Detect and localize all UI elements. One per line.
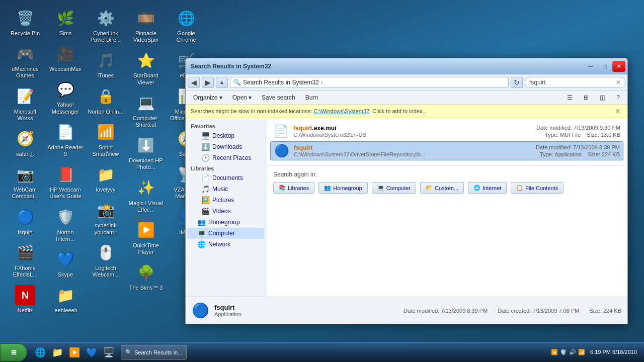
desktop-icon-quicktime[interactable]: ▶️ QuickTime Player: [126, 217, 166, 258]
fsquirt-mui-name: fsquirt.exe.mui C:\Windows\System32\en-U…: [293, 125, 536, 138]
taskbar-monitor-button[interactable]: 🖥️: [102, 345, 116, 359]
save-search-button[interactable]: Save search: [257, 93, 300, 103]
desktop-icon-chrome[interactable]: 🌐 Google Chrome: [166, 5, 206, 46]
taskbar-skype-button[interactable]: 💙: [85, 345, 99, 359]
close-button[interactable]: ✕: [612, 61, 625, 72]
search-computer-button[interactable]: 💻 Computer: [372, 182, 416, 194]
desktop-icon-skype[interactable]: 💙 Skype: [45, 246, 86, 281]
date-created-label: Date created:: [498, 308, 531, 314]
desktop-icon-netflix[interactable]: N Netflix: [5, 282, 45, 317]
nav-item-computer[interactable]: 💻 Computer: [187, 228, 264, 239]
msworks-icon: 📝: [15, 86, 35, 107]
nav-network-label: Network: [208, 241, 230, 248]
taskbar-media-button[interactable]: ▶️: [67, 345, 82, 359]
view-list-button[interactable]: ⊞: [579, 93, 593, 103]
nav-item-homegroup[interactable]: 👥 Homegroup: [187, 217, 264, 228]
tray-network-icon[interactable]: 🔼: [551, 349, 558, 355]
help-button[interactable]: ?: [612, 93, 624, 103]
desktop-icon-norton[interactable]: 🛡️ Norton Intern...: [45, 204, 86, 245]
maximize-button[interactable]: □: [598, 61, 611, 72]
desktop-icon-download-hp[interactable]: ⬇️ Download HP Photo...: [126, 132, 166, 173]
tray-volume-icon[interactable]: 🔊: [569, 349, 576, 355]
search-libraries-button[interactable]: 📚 Libraries: [273, 182, 314, 194]
nav-item-music[interactable]: 🎵 Music: [187, 184, 264, 195]
search-custom-button[interactable]: 📂 Custom...: [420, 182, 464, 194]
desktop-icon-adobe[interactable]: 📄 Adobe Reader 9: [45, 119, 86, 160]
tray-security-icon[interactable]: 🛡️: [560, 349, 567, 355]
view-details-button[interactable]: ☰: [562, 93, 577, 103]
address-path[interactable]: 🔍 Search Results in System32 ›: [230, 77, 509, 88]
taskbar-quick-launch: 🌐 📁 ▶️ 💙 🖥️: [33, 345, 116, 359]
libraries-search-label: Libraries: [288, 185, 309, 191]
file-item-fsquirt-app[interactable]: 🔵 fsquirt C:\Windows\System32\DriverStor…: [270, 141, 623, 160]
warning-close-button[interactable]: ✕: [613, 107, 622, 116]
taskbar-folder-button[interactable]: 📁: [50, 345, 64, 359]
organize-button[interactable]: Organize ▾: [189, 93, 227, 103]
start-button[interactable]: ⊞: [0, 343, 27, 361]
nav-item-recent-places[interactable]: 🕐 Recent Places: [187, 152, 264, 163]
desktop-icon-starboard[interactable]: ⭐ StarBoard Viewer: [126, 47, 166, 88]
taskbar-ie-button[interactable]: 🌐: [33, 345, 47, 359]
search-internet-button[interactable]: 🌐 Internet: [468, 182, 507, 194]
tray-network2-icon[interactable]: 📶: [578, 349, 585, 355]
file-item-fsquirt-mui[interactable]: 📄 fsquirt.exe.mui C:\Windows\System32\en…: [270, 122, 623, 140]
taskbar-explorer-button[interactable]: 🔍 Search Results in...: [121, 345, 187, 360]
toolbar: Organize ▾ Open ▾ Save search Burn ☰ ⊞ ◫…: [186, 90, 627, 105]
search-box[interactable]: fsquirt ✕: [525, 77, 625, 88]
nav-item-downloads[interactable]: ⬇️ Downloads: [187, 141, 264, 152]
desktop-icon-yahoo[interactable]: 💬 Yahoo! Messenger: [45, 76, 86, 118]
desktop-nav-icon: 🖥️: [201, 132, 210, 140]
desktop-icon-sims3[interactable]: 🌳 The Sims™ 3: [126, 259, 166, 294]
nav-item-documents[interactable]: 📄 Documents: [187, 172, 264, 184]
desktop-icon-fxhome[interactable]: 🎬 FXhome EffectsL...: [5, 240, 45, 281]
desktop-icon-msworks[interactable]: 📝 Microsoft Works: [5, 83, 45, 125]
recent-places-icon: 🕐: [201, 154, 210, 162]
desktop-icon-fsquirt[interactable]: 🔵 fsquirt: [5, 204, 45, 239]
search-homegroup-button[interactable]: 👥 Homegroup: [318, 182, 367, 194]
open-button[interactable]: Open ▾: [228, 93, 256, 103]
youcam-icon: 📸: [96, 200, 116, 220]
nav-item-pictures[interactable]: 🖼️ Pictures: [187, 195, 264, 206]
nav-item-videos[interactable]: 🎬 Videos: [187, 206, 264, 217]
desktop-icon-webcammax[interactable]: 🎥 WebcamMax: [45, 41, 86, 75]
burn-button[interactable]: Burn: [301, 93, 323, 103]
minimize-button[interactable]: ─: [584, 61, 597, 72]
search-file-contents-button[interactable]: 📋 File Contents: [511, 182, 564, 194]
desktop-icon-lovelyyy[interactable]: 📁 lovelyyy: [86, 161, 126, 196]
fsquirt-mui-filename: fsquirt.exe.mui: [293, 125, 536, 132]
forward-button[interactable]: ▶: [202, 77, 214, 88]
desktop-icon-magic-i[interactable]: ✨ Magic-i Visual Effec...: [126, 175, 166, 216]
file-list: 📄 fsquirt.exe.mui C:\Windows\System32\en…: [266, 118, 627, 165]
warning-link[interactable]: C:\Windows\System32: [314, 108, 370, 114]
desktop-icon-emachines[interactable]: 🎮 eMachines Games: [5, 41, 45, 82]
desktop-icon-youcam[interactable]: 📸 cyberlink youcam.:: [86, 197, 126, 238]
desktop-icon-norton-online[interactable]: 🔒 Norton Onlin...: [86, 83, 126, 118]
back-button[interactable]: ◀: [188, 77, 200, 88]
file-contents-search-icon: 📋: [516, 185, 523, 191]
search-clear-icon[interactable]: ✕: [616, 79, 621, 86]
desktop-icon-leehleeeh[interactable]: 📁 leehleeeh: [45, 282, 86, 317]
desktop-icon-pinnacle[interactable]: 🎞️ Pinnacle VideoSpin: [126, 5, 166, 46]
taskbar-clock[interactable]: 6:19 PM 6/18/2010: [587, 348, 640, 355]
nav-music-label: Music: [212, 186, 228, 193]
desktop-icon-sims[interactable]: 🌿 Sims: [45, 5, 86, 40]
sims-icon: 🌿: [55, 8, 75, 28]
up-button[interactable]: ▲: [216, 77, 228, 88]
desktop-icon-computer-shortcut[interactable]: 💻 Computer- Shortcut: [126, 90, 166, 131]
address-bar: ◀ ▶ ▲ 🔍 Search Results in System32 › ↻ f…: [186, 74, 627, 90]
custom-search-icon: 📂: [426, 185, 433, 191]
desktop-icon-hp-webcam[interactable]: 📕 HP Webcam User's Guide: [45, 161, 86, 203]
desktop-icon-webcam[interactable]: 📷 WebCam Compani...: [5, 161, 45, 203]
refresh-button[interactable]: ↻: [511, 77, 523, 88]
desktop-icon-sprint[interactable]: 📶 Sprint SmartView: [86, 119, 126, 160]
desktop-icon-safari[interactable]: 🧭 safari;[:: [5, 126, 45, 160]
desktop-icon-recycle-bin[interactable]: 🗑️ Recycle Bin: [5, 5, 45, 40]
desktop-icon-itunes[interactable]: 🎵 iTunes: [86, 47, 126, 82]
desktop-icon-cyberlink[interactable]: ⚙️ CyberLink PowerDire...: [86, 5, 126, 46]
preview-pane-button[interactable]: ◫: [595, 93, 610, 103]
desktop-icon-logitech[interactable]: 🖱️ Logitech Webcam...: [86, 240, 126, 281]
lovelyyy-label: lovelyyy: [96, 187, 115, 193]
nav-item-network[interactable]: 🌐 Network: [187, 239, 264, 250]
fsquirt-mui-date: Date modified: 7/13/2009 9:30 PM: [536, 125, 620, 131]
nav-item-desktop[interactable]: 🖥️ Desktop: [187, 130, 264, 141]
